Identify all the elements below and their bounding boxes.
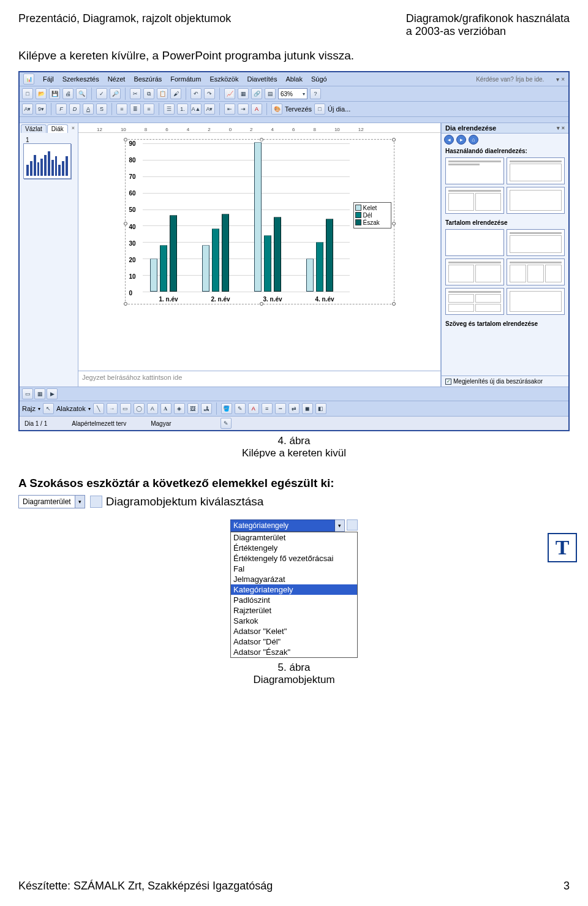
copy-icon[interactable]: ⧉ <box>143 88 154 99</box>
dropdown-item[interactable]: Sarkok <box>231 616 357 626</box>
dropdown-item[interactable]: Értéktengely <box>231 543 357 553</box>
design-label[interactable]: Tervezés <box>285 105 312 113</box>
cut-icon[interactable]: ✂ <box>130 88 141 99</box>
tab-outline[interactable]: Vázlat <box>21 124 47 133</box>
layout-item[interactable] <box>445 157 504 184</box>
slide-thumbnail[interactable]: 1 <box>23 137 74 179</box>
numbering-icon[interactable]: 1. <box>177 104 188 115</box>
chart-icon[interactable]: 📈 <box>224 88 235 99</box>
dash-style-icon[interactable]: ┅ <box>275 403 286 414</box>
dropdown-item[interactable]: Adatsor "Kelet" <box>231 626 357 636</box>
menu-tools[interactable]: Eszközök <box>209 75 238 83</box>
research-icon[interactable]: 🔎 <box>110 88 121 99</box>
dropdown-item[interactable]: Értéktengely fő vezetőrácsai <box>231 553 357 564</box>
dropdown-item[interactable]: Fal <box>231 564 357 574</box>
dropdown-item[interactable]: Jelmagyarázat <box>231 574 357 584</box>
menu-edit[interactable]: Szerkesztés <box>62 75 99 83</box>
picture-icon[interactable]: 🏞 <box>201 403 212 414</box>
dropdown-item[interactable]: Adatsor "Dél" <box>231 636 357 647</box>
menu-dropdown-icon[interactable]: ▾ × <box>556 76 565 83</box>
chevron-down-icon[interactable]: ▾ <box>335 519 345 532</box>
menu-slideshow[interactable]: Diavetítés <box>247 75 277 83</box>
paste-icon[interactable]: 📋 <box>157 88 168 99</box>
layout-item[interactable] <box>445 229 504 256</box>
tables-borders-icon[interactable]: ▤ <box>265 88 276 99</box>
format-object-icon[interactable] <box>90 496 102 508</box>
autoshapes-menu[interactable]: Alakzatok <box>56 405 86 412</box>
open-icon[interactable]: 📂 <box>36 88 47 99</box>
undo-icon[interactable]: ↶ <box>190 88 202 99</box>
select-icon[interactable]: ↖ <box>43 403 54 414</box>
layout-item[interactable] <box>445 288 504 315</box>
decrease-font-icon[interactable]: A▾ <box>204 104 215 115</box>
table-icon[interactable]: ▦ <box>238 88 249 99</box>
dropdown-item[interactable]: Adatsor "Észak" <box>231 647 357 657</box>
layout-item[interactable] <box>445 259 504 285</box>
chart-object[interactable]: 0102030405060708090 1. n.év2. n.év3. n.é… <box>125 139 394 304</box>
dropdown-item[interactable]: Padlószint <box>231 595 357 605</box>
slide-canvas[interactable]: 0102030405060708090 1. n.év2. n.év3. n.é… <box>78 133 440 371</box>
font-color-icon[interactable]: A <box>248 403 259 414</box>
hyperlink-icon[interactable]: 🔗 <box>251 88 262 99</box>
dropdown-item[interactable]: Rajzterület <box>231 605 357 616</box>
dropdown-list[interactable]: DiagramterületÉrtéktengelyÉrtéktengely f… <box>230 532 358 658</box>
layout-item[interactable] <box>507 157 565 184</box>
font-color-icon[interactable]: A <box>251 104 262 115</box>
menu-window[interactable]: Ablak <box>285 75 303 83</box>
indent-dec-icon[interactable]: ⇤ <box>224 104 235 115</box>
sorter-view-icon[interactable]: ▦ <box>34 388 45 399</box>
bold-icon[interactable]: F <box>56 104 67 115</box>
font-combo-icon[interactable]: A▾ <box>22 104 33 115</box>
redo-icon[interactable]: ↷ <box>204 88 215 99</box>
wordart-icon[interactable]: 𝐀 <box>160 403 172 414</box>
underline-icon[interactable]: A <box>83 104 94 115</box>
save-icon[interactable]: 💾 <box>49 88 60 99</box>
diagram-icon[interactable]: ◈ <box>174 403 185 414</box>
oval-icon[interactable]: ◯ <box>134 403 145 414</box>
italic-icon[interactable]: D <box>69 104 80 115</box>
slideshow-view-icon[interactable]: ▶ <box>47 388 58 399</box>
normal-view-icon[interactable]: ▭ <box>22 388 33 399</box>
show-on-insert-checkbox[interactable]: ✓ <box>445 379 451 385</box>
nav-back-icon[interactable]: ◂ <box>444 135 454 145</box>
line-style-icon[interactable]: ≡ <box>262 403 273 414</box>
zoom-combo[interactable]: 63% <box>278 88 307 99</box>
new-slide-icon[interactable]: □ <box>314 104 325 115</box>
dropdown-item[interactable]: Diagramterület <box>231 532 357 543</box>
dropdown-item[interactable]: Kategóriatengely <box>231 584 357 595</box>
clipart-icon[interactable]: 🖼 <box>187 403 198 414</box>
spellcheck-status-icon[interactable]: ✎ <box>221 418 232 429</box>
layout-item[interactable] <box>507 229 565 256</box>
chart-area-combo[interactable]: Diagramterület ▾ <box>18 495 85 508</box>
spellcheck-icon[interactable]: ✓ <box>96 88 107 99</box>
layout-item[interactable] <box>445 187 504 214</box>
textbox-icon[interactable]: A <box>147 403 158 414</box>
nav-fwd-icon[interactable]: ▸ <box>456 135 466 145</box>
menu-help[interactable]: Súgó <box>311 75 327 83</box>
arrow-style-icon[interactable]: ⇄ <box>288 403 300 414</box>
design-button[interactable]: 🎨 <box>271 104 282 115</box>
line-color-icon[interactable]: ✎ <box>235 403 246 414</box>
dropdown-selected[interactable]: Kategóriatengely <box>230 519 335 532</box>
layout-item[interactable] <box>507 259 565 285</box>
shadow-style-icon[interactable]: ◼ <box>302 403 313 414</box>
align-left-icon[interactable]: ≡ <box>116 104 127 115</box>
format-icon[interactable] <box>347 519 358 530</box>
notes-box[interactable]: Jegyzet beírásához kattintson ide <box>78 371 440 387</box>
shadow-icon[interactable]: S <box>96 104 107 115</box>
tab-slides[interactable]: Diák <box>47 124 68 133</box>
preview-icon[interactable]: 🔍 <box>76 88 87 99</box>
arrow-icon[interactable]: → <box>107 403 118 414</box>
menu-view[interactable]: Nézet <box>108 75 126 83</box>
3d-style-icon[interactable]: ◧ <box>315 403 326 414</box>
taskpane-dropdown-icon[interactable]: ▾ × <box>557 125 565 131</box>
nav-home-icon[interactable]: ⌂ <box>469 135 478 145</box>
bullets-icon[interactable]: ☰ <box>164 104 175 115</box>
size-combo-icon[interactable]: 9▾ <box>36 104 47 115</box>
menu-file[interactable]: Fájl <box>43 75 54 83</box>
layout-item[interactable] <box>507 187 565 214</box>
line-icon[interactable]: ╲ <box>93 403 104 414</box>
new-slide-label[interactable]: Új dia... <box>328 105 350 113</box>
chevron-down-icon[interactable]: ▾ <box>75 496 85 508</box>
close-icon[interactable]: × <box>70 124 77 133</box>
